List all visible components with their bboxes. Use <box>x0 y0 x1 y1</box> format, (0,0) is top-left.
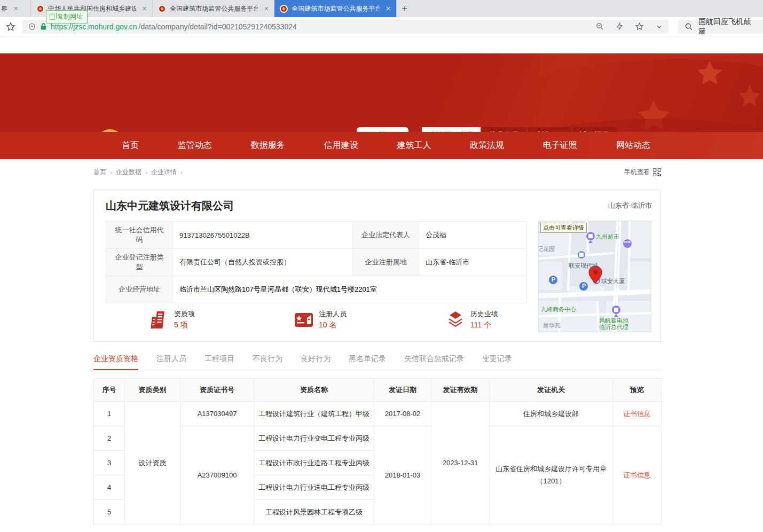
breadcrumb-company-detail[interactable]: 企业详情 <box>151 168 177 177</box>
search-category-tabs: 建设工程企业 从业人员 建设项目 诚信记录 <box>422 127 661 132</box>
tab-registered-personnel[interactable]: 注册人员 <box>156 354 186 370</box>
detail-tabs: 企业资质资格 注册人员 工程项目 不良行为 良好行为 黑名单记录 失信联合惩戒记… <box>93 354 661 370</box>
browser-tab-bar: 界 ✕ 中华人民共和国住房和城乡建设 ✕ 全国建筑市场监管公共服务平台 ✕ 全国… <box>0 0 763 17</box>
cell-issue-date: 2017-08-02 <box>374 402 431 426</box>
nav-item-supervision[interactable]: 监管动态 <box>178 140 212 151</box>
tab-qualifications[interactable]: 企业资质资格 <box>93 354 138 370</box>
info-label: 企业法定代表人 <box>353 222 419 249</box>
stat-registered-personnel[interactable]: 注册人员 10 名 <box>294 309 347 330</box>
tab-close-icon[interactable]: ✕ <box>13 5 18 12</box>
map-poi-label: ATM <box>624 240 631 244</box>
main-nav: 首页 监管动态 数据服务 信用建设 建筑工人 政策法规 电子证照 网站动态 <box>0 132 763 159</box>
browser-tab-3[interactable]: 全国建筑市场监管公共服务平台 ✕ <box>153 0 274 17</box>
col-header-authority: 发证机关 <box>490 379 613 402</box>
shield-icon[interactable] <box>28 22 36 31</box>
nav-item-e-license[interactable]: 电子证照 <box>543 140 577 151</box>
stat-label: 注册人员 <box>319 309 347 319</box>
stat-history-performance[interactable]: 历史业绩 111 个 <box>446 309 498 330</box>
company-region: 山东省-临沂市 <box>608 201 652 210</box>
company-info-table: 统一社会信用代码 91371302675501022B 企业法定代表人 公茂福 … <box>106 221 527 303</box>
cell-name: 工程设计风景园林工程专项乙级 <box>254 500 374 525</box>
idcard-icon <box>294 311 313 328</box>
copy-tooltip-label: 复制网址 <box>57 12 83 21</box>
breadcrumb-separator: › <box>180 169 183 176</box>
certificate-info-link[interactable]: 证书信息 <box>613 426 662 525</box>
tab-projects[interactable]: 工程项目 <box>204 354 234 370</box>
qr-code-icon[interactable] <box>653 168 661 176</box>
tab-title: 界 <box>1 4 7 13</box>
browser-tab-1[interactable]: 界 ✕ <box>0 0 31 17</box>
chevron-down-icon[interactable] <box>655 22 663 30</box>
map-poi-label: 联安大厦 <box>601 277 625 285</box>
tab-bad-behavior[interactable]: 不良行为 <box>253 354 282 370</box>
company-location-map[interactable]: 点击可查看详情 九州超市 ATM 记花园 联安现代城 联安大厦 P P 九峰商务… <box>538 221 651 332</box>
map-graphics <box>539 221 651 332</box>
cell-name: 工程设计电力行业送电工程专业丙级 <box>254 475 374 500</box>
nav-item-credit[interactable]: 信用建设 <box>324 140 358 151</box>
tab-dishonesty-records[interactable]: 失信联合惩戒记录 <box>404 354 464 370</box>
lightning-icon[interactable] <box>616 22 624 31</box>
cell-seq: 2 <box>94 426 125 451</box>
info-label: 企业登记注册类型 <box>106 249 173 276</box>
favorite-star-icon[interactable] <box>635 22 644 31</box>
col-header-issue-date: 发证日期 <box>374 379 431 402</box>
tab-close-icon[interactable]: ✕ <box>264 5 269 12</box>
new-tab-button[interactable]: + <box>397 0 413 17</box>
search-tab-personnel[interactable]: 从业人员 <box>482 127 526 132</box>
cell-authority: 住房和城乡建设部 <box>490 402 613 426</box>
site-search: 建设工程企业 从业人员 建设项目 诚信记录 搜索 <box>422 127 661 132</box>
authority-line2: （1201） <box>493 475 609 487</box>
tab-blacklist[interactable]: 黑名单记录 <box>349 354 386 370</box>
tab-close-icon[interactable]: ✕ <box>386 5 390 12</box>
breadcrumb-home[interactable]: 首页 <box>93 168 106 177</box>
search-tab-project[interactable]: 建设项目 <box>528 127 571 132</box>
cell-name: 工程设计电力行业变电工程专业丙级 <box>254 426 374 451</box>
stat-label: 资质项 <box>174 309 195 319</box>
quick-search-box[interactable]: 国航回应飞机颠簸 <box>678 20 763 34</box>
map-poi-label: 临沂总代理 <box>599 323 628 331</box>
col-header-seq: 序号 <box>94 379 125 402</box>
breadcrumb: 首页 › 企业数据 › 企业详情 › 手机查看 <box>93 168 661 177</box>
breadcrumb-company-data[interactable]: 企业数据 <box>116 168 141 177</box>
nav-item-site-news[interactable]: 网站动态 <box>616 140 650 151</box>
cell-seq: 5 <box>94 500 125 525</box>
cell-seq: 4 <box>94 475 125 500</box>
tab-good-behavior[interactable]: 良好行为 <box>301 354 331 370</box>
legal-person-value: 公茂福 <box>419 222 527 249</box>
search-tab-credit[interactable]: 诚信记录 <box>573 127 617 132</box>
stat-value: 10 名 <box>319 320 347 330</box>
emblem-favicon-icon <box>280 5 288 13</box>
building-icon <box>151 310 169 330</box>
copy-url-tooltip: 复制网址 <box>46 10 88 24</box>
col-header-preview: 预览 <box>613 379 662 402</box>
tab-close-icon[interactable]: ✕ <box>142 5 147 12</box>
stat-qualifications[interactable]: 资质项 5 项 <box>151 309 195 330</box>
site-header: 中华人民共和国住房和城乡建设部 www.mohurd.gov.cn 全国建筑市场… <box>0 53 763 132</box>
map-poi-label: 联安现代城 <box>569 262 598 270</box>
info-label: 企业经营地址 <box>106 276 173 303</box>
page: 界 ✕ 中华人民共和国住房和城乡建设 ✕ 全国建筑市场监管公共服务平台 ✕ 全国… <box>0 0 763 532</box>
browser-tab-active[interactable]: 全国建筑市场监管公共服务平台 ✕ <box>274 0 396 17</box>
table-header-row: 序号 资质类别 资质证书号 资质名称 发证日期 发证有效期 发证机关 预览 <box>94 379 662 402</box>
nav-item-policy[interactable]: 政策法规 <box>470 140 504 151</box>
map-poi-label: 新华苑 <box>543 322 561 330</box>
mobile-view-label[interactable]: 手机查看 <box>624 168 650 177</box>
url-bar[interactable]: https://jzsc.mohurd.gov.cn/data/company/… <box>22 20 668 34</box>
credit-code-value: 91371302675501022B <box>173 222 353 249</box>
nav-item-data-service[interactable]: 数据服务 <box>251 140 285 151</box>
quick-search-text: 国航回应飞机颠簸 <box>698 17 757 36</box>
nav-item-home[interactable]: 首页 <box>122 140 139 151</box>
emblem-favicon-icon <box>36 5 44 13</box>
certificate-info-link[interactable]: 证书信息 <box>613 402 662 426</box>
bookmark-star-icon[interactable] <box>5 21 16 32</box>
zoom-out-icon[interactable] <box>595 22 604 31</box>
flag-stars-decoration <box>539 53 763 132</box>
search-tab-enterprise[interactable]: 建设工程企业 <box>422 127 481 132</box>
cell-name: 工程设计建筑行业（建筑工程）甲级 <box>254 402 374 426</box>
nav-item-workers[interactable]: 建筑工人 <box>397 140 431 151</box>
copy-icon <box>50 14 54 20</box>
col-header-category: 资质类别 <box>125 379 180 402</box>
url-path: /data/company/detail?id=0021052912405330… <box>139 22 297 31</box>
tab-change-records[interactable]: 变更记录 <box>482 354 512 370</box>
wechat-qr-code <box>357 127 408 132</box>
